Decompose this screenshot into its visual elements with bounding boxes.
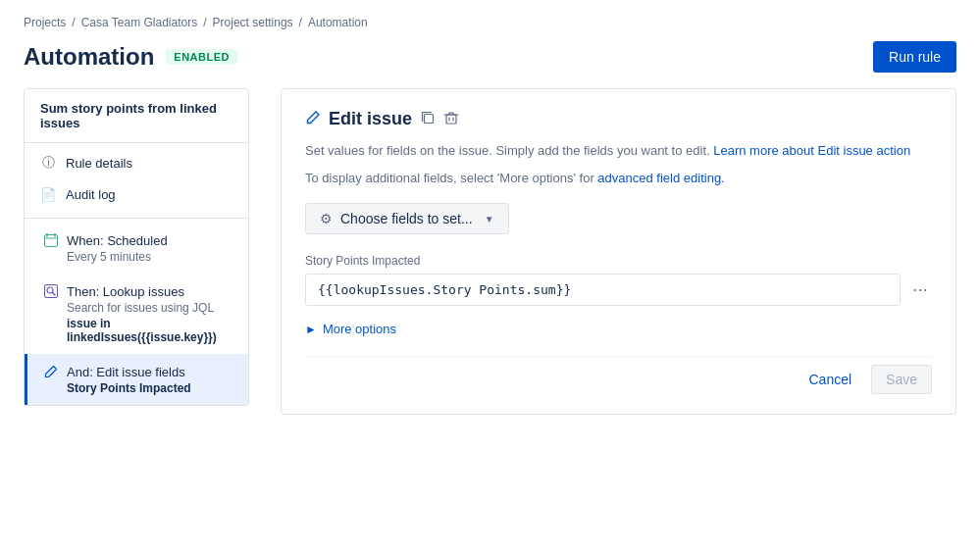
then-label: Then: Lookup issues [67, 284, 184, 299]
choose-fields-button[interactable]: ⚙ Choose fields to set... ▼ [305, 203, 509, 234]
edit-issue-description: Set values for fields on the issue. Simp… [305, 141, 932, 161]
sidebar: Sum story points from linked issues ⓘ Ru… [24, 88, 249, 406]
gear-icon: ⚙ [320, 211, 333, 226]
svg-rect-4 [45, 285, 58, 298]
enabled-badge: ENABLED [166, 49, 237, 65]
edit-issue-card: Edit issue [281, 88, 956, 415]
field-label: Story Points Impacted [305, 254, 932, 268]
when-label: When: Scheduled [67, 233, 168, 248]
breadcrumb-automation: Automation [308, 16, 368, 29]
sidebar-action-and[interactable]: And: Edit issue fields Story Points Impa… [25, 354, 248, 405]
run-rule-button[interactable]: Run rule [873, 41, 956, 73]
edit-issue-header: Edit issue [305, 109, 932, 129]
svg-rect-7 [425, 115, 434, 124]
calendar-icon [43, 232, 59, 248]
and-label: And: Edit issue fields [67, 365, 185, 379]
sidebar-nav: ⓘ Rule details 📄 Audit log [25, 143, 248, 214]
breadcrumb-projects[interactable]: Projects [24, 16, 66, 29]
sidebar-item-audit-log[interactable]: 📄 Audit log [25, 178, 248, 210]
trash-icon[interactable] [443, 110, 459, 128]
main-layout: Sum story points from linked issues ⓘ Ru… [0, 88, 980, 415]
sidebar-action-when[interactable]: When: Scheduled Every 5 minutes [25, 223, 248, 274]
breadcrumb-project-settings[interactable]: Project settings [213, 16, 293, 29]
ellipsis-icon: ⋯ [912, 280, 928, 299]
then-subtitle: Search for issues using JQL [67, 301, 232, 315]
field-row: ⋯ [305, 274, 932, 306]
page-title: Automation [24, 43, 154, 71]
content-panel: Edit issue [249, 88, 956, 415]
field-options-button[interactable]: ⋯ [908, 276, 932, 303]
breadcrumb: Projects / Casa Team Gladiators / Projec… [0, 0, 980, 37]
sidebar-action-then[interactable]: Then: Lookup issues Search for issues us… [25, 274, 248, 354]
sidebar-item-rule-details[interactable]: ⓘ Rule details [25, 147, 248, 178]
breadcrumb-casa-team[interactable]: Casa Team Gladiators [81, 16, 198, 29]
info-icon: ⓘ [40, 155, 56, 171]
page-header-left: Automation ENABLED [24, 43, 237, 71]
more-options-label: More options [323, 322, 396, 336]
save-button[interactable]: Save [871, 365, 932, 394]
and-bold: Story Points Impacted [67, 381, 232, 395]
card-footer: Cancel Save [305, 356, 932, 394]
cancel-button[interactable]: Cancel [797, 365, 863, 394]
edit-icon [305, 110, 321, 129]
copy-icon[interactable] [420, 110, 436, 128]
then-bold: issue in linkedIssues({{issue.key}}) [67, 317, 232, 344]
when-subtitle: Every 5 minutes [67, 250, 232, 264]
sidebar-item-rule-details-label: Rule details [66, 156, 132, 171]
more-options-row[interactable]: ► More options [305, 322, 932, 336]
svg-rect-8 [446, 115, 456, 124]
chevron-right-icon: ► [305, 323, 317, 336]
chevron-down-icon: ▼ [485, 214, 494, 225]
lookup-icon [43, 283, 59, 299]
page-header: Automation ENABLED Run rule [0, 37, 980, 88]
doc-icon: 📄 [40, 186, 56, 202]
learn-more-link[interactable]: Learn more about Edit issue action [713, 143, 910, 158]
edit-pencil-icon [43, 364, 59, 379]
advanced-field-editing-link[interactable]: advanced field editing. [597, 171, 724, 185]
sidebar-item-audit-log-label: Audit log [66, 187, 116, 202]
sidebar-divider [25, 218, 248, 219]
field-input[interactable] [305, 274, 901, 306]
additional-fields-note: To display additional fields, select 'Mo… [305, 169, 932, 188]
sidebar-rule-title: Sum story points from linked issues [25, 89, 248, 143]
edit-issue-title: Edit issue [329, 109, 412, 129]
